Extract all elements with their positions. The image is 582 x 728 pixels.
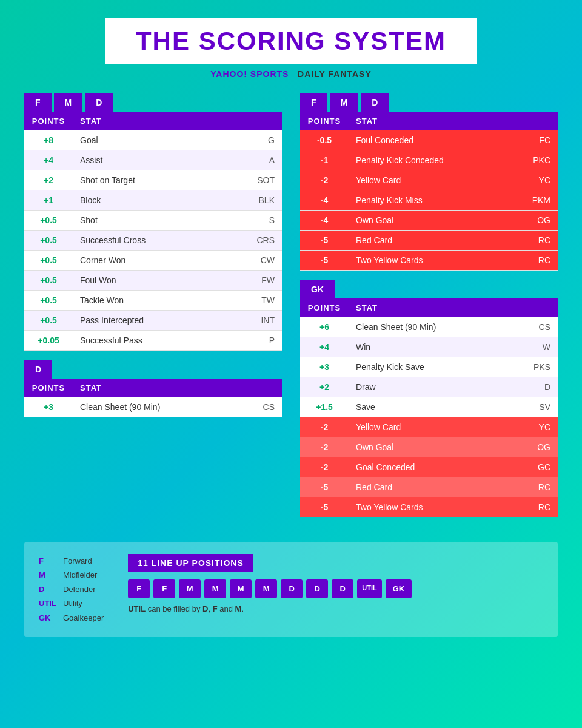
points-cell: -5	[300, 231, 349, 251]
gk-scoring-table: POINTS STAT +6 Clean Sheet (90 Min) CS +…	[300, 298, 558, 517]
brand-name: YAHOO! SPORTS	[210, 69, 289, 79]
abbr-cell: SV	[521, 397, 558, 417]
stat-cell: Own Goal	[349, 437, 521, 457]
stat-cell: Corner Won	[73, 251, 246, 271]
points-cell: -2	[300, 437, 349, 457]
gk-negative-row: -2 Yellow Card YC	[300, 417, 558, 437]
left-positive-row: +0.5 Tackle Won TW	[24, 291, 282, 311]
abbr-cell: RC	[521, 477, 558, 497]
points-cell: -1	[300, 150, 349, 170]
lineup-position-badge: UTIL	[357, 579, 381, 598]
legend-key: D	[39, 582, 63, 596]
tab-m-right[interactable]: M	[330, 93, 359, 112]
points-cell: +0.5	[24, 231, 73, 251]
points-cell: +0.5	[24, 271, 73, 291]
stat-cell: Assist	[73, 150, 246, 170]
tab-f-right[interactable]: F	[300, 93, 327, 112]
legend-item: DDefender	[39, 582, 104, 596]
lineup-section: 11 LINE UP POSITIONS FFMMMMDDDUTILGK UTI…	[128, 554, 543, 613]
stat-cell: Two Yellow Cards	[349, 251, 521, 271]
gk-positive-row: +2 Draw D	[300, 377, 558, 397]
stat-cell: Clean Sheet (90 Min)	[349, 317, 521, 337]
defender-scoring-table: POINTS STAT +3 Clean Sheet (90 Min) CS	[24, 379, 282, 417]
legend-item: MMidfielder	[39, 568, 104, 582]
abbr-cell: BLK	[246, 190, 282, 211]
abbr-cell: FC	[521, 130, 558, 150]
stat-cell: Save	[349, 397, 521, 417]
legend-key: UTIL	[39, 596, 63, 610]
points-cell: +2	[24, 170, 73, 190]
tab-gk[interactable]: GK	[300, 280, 335, 298]
stat-cell: Red Card	[349, 231, 521, 251]
left-positive-row: +1 Block BLK	[24, 190, 282, 211]
lineup-position-badge: F	[153, 579, 175, 598]
gk-points-header: POINTS	[300, 298, 349, 317]
defender-table: POINTS STAT +3 Clean Sheet (90 Min) CS	[24, 379, 282, 417]
util-note: UTIL can be filled by D, F and M.	[128, 604, 543, 613]
abbr-cell: CS	[246, 397, 282, 417]
gk-negative-row: -5 Red Card RC	[300, 477, 558, 497]
tab-d-right[interactable]: D	[361, 93, 389, 112]
points-cell: +6	[300, 317, 349, 337]
points-cell: +0.5	[24, 311, 73, 331]
abbr-cell: SOT	[246, 170, 282, 190]
left-positive-row: +0.5 Shot S	[24, 211, 282, 231]
legend-key: F	[39, 554, 63, 568]
tab-m-left[interactable]: M	[54, 93, 83, 112]
abbr-cell: D	[521, 377, 558, 397]
right-abbr-header	[521, 112, 558, 130]
stat-cell: Foul Won	[73, 271, 246, 291]
subtitle: YAHOO! SPORTS DAILY FANTASY	[210, 69, 372, 79]
stat-cell: Penalty Kick Miss	[349, 190, 521, 211]
abbr-cell: OG	[521, 211, 558, 231]
gk-pos-tabs: GK	[300, 280, 558, 298]
stat-cell: Yellow Card	[349, 417, 521, 437]
legend-label: Forward	[63, 556, 92, 565]
lineup-position-badge: M	[255, 579, 277, 598]
abbr-cell: RC	[521, 251, 558, 271]
lineup-position-badge: D	[306, 579, 328, 598]
points-cell: -2	[300, 417, 349, 437]
legend-item: UTILUtility	[39, 596, 104, 610]
tab-d-left[interactable]: D	[85, 93, 113, 112]
legend-label: Midfielder	[63, 570, 97, 579]
points-cell: -4	[300, 211, 349, 231]
abbr-cell: CRS	[246, 231, 282, 251]
abbr-cell: CS	[521, 317, 558, 337]
points-cell: +1.5	[300, 397, 349, 417]
def-stat-header: STAT	[73, 379, 246, 397]
lineup-position-badge: M	[179, 579, 201, 598]
right-points-header: POINTS	[300, 112, 349, 130]
left-positive-row: +0.5 Corner Won CW	[24, 251, 282, 271]
stat-cell: Win	[349, 337, 521, 357]
gk-table: POINTS STAT +6 Clean Sheet (90 Min) CS +…	[300, 298, 558, 517]
gk-positive-row: +1.5 Save SV	[300, 397, 558, 417]
tab-f-left[interactable]: F	[24, 93, 52, 112]
points-cell: -2	[300, 170, 349, 190]
tab-d-defender[interactable]: D	[24, 360, 52, 379]
product-name: DAILY FANTASY	[298, 69, 372, 79]
abbr-cell: GC	[521, 457, 558, 477]
points-cell: -5	[300, 497, 349, 517]
points-cell: +3	[300, 357, 349, 377]
stat-cell: Penalty Kick Conceded	[349, 150, 521, 170]
right-negative-table: POINTS STAT -0.5 Foul Conceded FC -1 Pen…	[300, 112, 558, 271]
main-content: F M D POINTS STAT +8 Goal G +4 Assist A …	[24, 93, 558, 527]
def-abbr-header	[246, 379, 282, 397]
lineup-position-badge: F	[128, 579, 150, 598]
right-pos-tabs: F M D	[300, 93, 558, 112]
abbr-cell: TW	[246, 291, 282, 311]
points-cell: -2	[300, 457, 349, 477]
points-cell: -4	[300, 190, 349, 211]
legend-key: M	[39, 568, 63, 582]
lineup-position-badge: M	[204, 579, 226, 598]
points-cell: +0.05	[24, 331, 73, 351]
legend-label: Goalkeeper	[63, 613, 104, 622]
abbr-cell: OG	[521, 437, 558, 457]
left-stat-header: STAT	[73, 112, 246, 130]
points-cell: -5	[300, 477, 349, 497]
stat-cell: Block	[73, 190, 246, 211]
left-positive-row: +0.5 Pass Intercepted INT	[24, 311, 282, 331]
left-column: F M D POINTS STAT +8 Goal G +4 Assist A …	[24, 93, 282, 527]
stat-cell: Draw	[349, 377, 521, 397]
